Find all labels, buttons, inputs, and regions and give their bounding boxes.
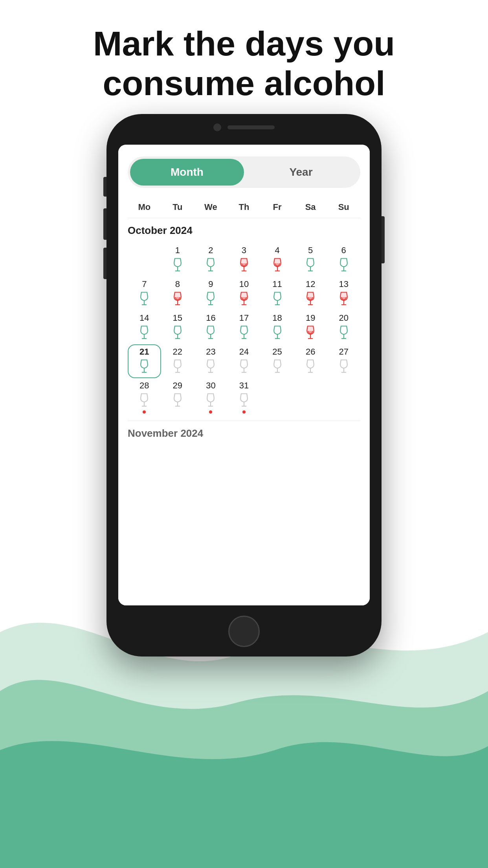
phone-btn-silent <box>103 177 106 197</box>
day-num-30: 30 <box>206 381 215 391</box>
phone-home-button[interactable] <box>228 616 260 647</box>
wine-icon-19 <box>303 325 317 342</box>
wine-icon-30 <box>204 392 218 410</box>
day-num-16: 16 <box>206 313 215 323</box>
phone-speaker <box>227 125 275 129</box>
cal-cell-10[interactable]: 10 <box>227 277 261 311</box>
wine-icon-11 <box>270 291 284 308</box>
cal-cell-11[interactable]: 11 <box>261 277 294 311</box>
day-num-29: 29 <box>173 381 182 391</box>
day-num-25: 25 <box>272 347 282 357</box>
cal-cell-23[interactable]: 23 <box>194 344 227 378</box>
year-toggle-btn[interactable]: Year <box>244 159 358 186</box>
cal-cell-6[interactable]: 6 <box>327 243 360 277</box>
cal-cell-19[interactable]: 19 <box>294 311 327 344</box>
headline-line2: consume alcohol <box>31 63 457 103</box>
phone-camera <box>213 123 221 131</box>
wine-icon-3 <box>237 257 251 274</box>
wine-icon-6 <box>337 257 351 274</box>
headline-line1: Mark the days you <box>31 24 457 63</box>
day-num-12: 12 <box>306 279 315 289</box>
header-divider <box>128 218 360 218</box>
cal-cell-18[interactable]: 18 <box>261 311 294 344</box>
headline: Mark the days you consume alcohol <box>0 24 488 103</box>
screen-content: Month Year Mo Tu We Th Fr Sa Su October … <box>118 145 370 605</box>
cal-cell-21[interactable]: 21 <box>128 344 161 378</box>
day-sa: Sa <box>294 199 327 215</box>
day-num-18: 18 <box>272 313 282 323</box>
cal-cell-16[interactable]: 16 <box>194 311 227 344</box>
cal-cell-14[interactable]: 14 <box>128 311 161 344</box>
cal-cell-5[interactable]: 5 <box>294 243 327 277</box>
phone-btn-vol-up <box>103 208 106 240</box>
phone-screen: Month Year Mo Tu We Th Fr Sa Su October … <box>118 145 370 605</box>
cal-cell-4[interactable]: 4 <box>261 243 294 277</box>
phone-btn-vol-down <box>103 248 106 279</box>
wine-icon-7 <box>137 291 151 308</box>
day-num-22: 22 <box>173 347 182 357</box>
day-tu: Tu <box>161 199 194 215</box>
wine-icon-26 <box>303 359 317 376</box>
cal-cell-2[interactable]: 2 <box>194 243 227 277</box>
day-num-2: 2 <box>208 245 213 256</box>
cal-cell-27[interactable]: 27 <box>327 344 360 378</box>
wine-icon-8 <box>171 291 185 308</box>
cal-cell-12[interactable]: 12 <box>294 277 327 311</box>
wine-icon-10 <box>237 291 251 308</box>
cal-cell-25[interactable]: 25 <box>261 344 294 378</box>
wine-icon-14 <box>137 325 151 342</box>
cal-cell-9[interactable]: 9 <box>194 277 227 311</box>
day-num-10: 10 <box>239 279 249 289</box>
wine-icon-31 <box>237 392 251 410</box>
cal-cell-3[interactable]: 3 <box>227 243 261 277</box>
day-num-20: 20 <box>339 313 348 323</box>
day-num-21: 21 <box>139 347 149 357</box>
cal-cell-20[interactable]: 20 <box>327 311 360 344</box>
cal-cell-7[interactable]: 7 <box>128 277 161 311</box>
day-num-14: 14 <box>139 313 149 323</box>
cal-cell-30[interactable]: 30 <box>194 378 227 416</box>
day-headers-row: Mo Tu We Th Fr Sa Su <box>128 199 360 215</box>
cal-cell-17[interactable]: 17 <box>227 311 261 344</box>
cal-cell-28[interactable]: 28 <box>128 378 161 416</box>
phone-top-bar <box>213 123 275 131</box>
dot-30 <box>209 410 212 414</box>
wine-icon-24 <box>237 359 251 376</box>
wine-icon-17 <box>237 325 251 342</box>
phone-frame: Month Year Mo Tu We Th Fr Sa Su October … <box>106 114 382 657</box>
day-num-11: 11 <box>272 279 282 289</box>
dot-28 <box>143 410 146 414</box>
cal-cell-31[interactable]: 31 <box>227 378 261 416</box>
wine-icon-22 <box>171 359 185 376</box>
view-toggle[interactable]: Month Year <box>128 156 360 188</box>
day-num-28: 28 <box>139 381 149 391</box>
cal-cell-22[interactable]: 22 <box>161 344 194 378</box>
day-mo: Mo <box>128 199 161 215</box>
wine-icon-1 <box>171 257 185 274</box>
day-num-27: 27 <box>339 347 348 357</box>
wine-icon-4 <box>270 257 284 274</box>
day-num-31: 31 <box>239 381 249 391</box>
wine-icon-5 <box>303 257 317 274</box>
day-num-8: 8 <box>175 279 180 289</box>
month-toggle-btn[interactable]: Month <box>130 159 244 186</box>
day-num-3: 3 <box>242 245 246 256</box>
wine-icon-16 <box>204 325 218 342</box>
cal-cell-1[interactable]: 1 <box>161 243 194 277</box>
cal-cell-24[interactable]: 24 <box>227 344 261 378</box>
cal-cell-26[interactable]: 26 <box>294 344 327 378</box>
cal-cell-8[interactable]: 8 <box>161 277 194 311</box>
cal-cell-13[interactable]: 13 <box>327 277 360 311</box>
day-num-13: 13 <box>339 279 348 289</box>
cal-cell-29[interactable]: 29 <box>161 378 194 416</box>
wine-icon-27 <box>337 359 351 376</box>
wine-icon-9 <box>204 291 218 308</box>
day-num-17: 17 <box>239 313 249 323</box>
wine-icon-21 <box>137 359 151 376</box>
month-label: October 2024 <box>128 224 360 237</box>
day-fr: Fr <box>261 199 294 215</box>
day-num-15: 15 <box>173 313 182 323</box>
cal-cell-15[interactable]: 15 <box>161 311 194 344</box>
wine-icon-20 <box>337 325 351 342</box>
wine-icon-2 <box>204 257 218 274</box>
